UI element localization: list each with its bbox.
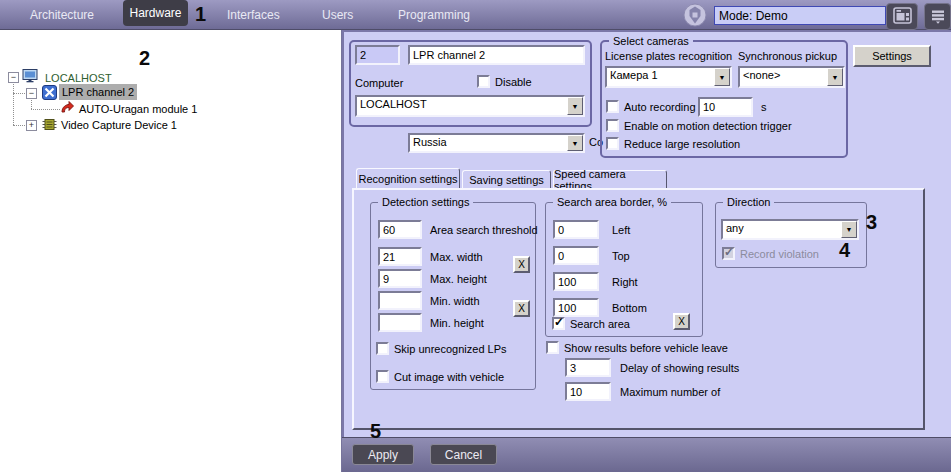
area-search-threshold-field[interactable] [378, 220, 422, 239]
delay-results-field[interactable] [565, 358, 611, 377]
dropdown-arrow-icon[interactable]: ▼ [827, 68, 843, 86]
app-logo-icon [683, 3, 707, 29]
computer-select[interactable]: LOCALHOST ▼ [355, 95, 585, 117]
reduce-resolution-checkbox[interactable]: Reduce large resolution [606, 137, 740, 150]
menu-programming[interactable]: Programming [398, 8, 470, 22]
detection-settings-title: Detection settings [378, 196, 473, 208]
auto-recording-checkbox[interactable]: Auto recording [606, 100, 696, 113]
min-size-reset-button[interactable]: X [513, 300, 530, 317]
dropdown-arrow-icon[interactable]: ▼ [567, 97, 583, 115]
annotation-1: 1 [195, 4, 206, 24]
direction-select[interactable]: any ▼ [721, 219, 859, 240]
border-left-field[interactable] [553, 220, 599, 239]
menu-hardware[interactable]: Hardware [123, 0, 188, 26]
lpr-camera-select[interactable]: Камера 1 ▼ [605, 66, 732, 88]
object-id-field[interactable] [355, 45, 400, 65]
cancel-button[interactable]: Cancel [430, 444, 497, 465]
recognition-settings-panel: Detection settings Area search threshold… [352, 188, 925, 430]
menu-users[interactable]: Users [322, 8, 353, 22]
expander-video-device[interactable]: + [26, 120, 37, 131]
checkbox-box [606, 100, 619, 113]
skip-unrecognized-checkbox[interactable]: Skip unrecognized LPs [376, 342, 507, 355]
hardware-object-tree: − LOCALHOST − LPR channel 2 AUTO-Uragan … [0, 30, 342, 472]
lpr-channel-icon [42, 85, 57, 102]
seconds-label: s [761, 101, 767, 113]
expander-lpr-channel[interactable]: − [26, 88, 37, 99]
motion-trigger-label: Enable on motion detection trigger [624, 120, 792, 132]
border-left-label: Left [612, 224, 630, 236]
country-select-value: Russia [410, 135, 567, 151]
menu-architecture[interactable]: Architecture [30, 8, 94, 22]
identity-group: Computer Disable LOCALHOST ▼ [349, 40, 592, 127]
dropdown-arrow-icon[interactable]: ▼ [714, 68, 730, 86]
expander-localhost[interactable]: − [8, 72, 19, 83]
max-height-field[interactable] [378, 269, 422, 288]
annotation-3: 3 [866, 212, 877, 232]
border-right-field[interactable] [553, 272, 599, 291]
show-results-label: Show results before vehicle leave [564, 342, 728, 354]
motion-trigger-checkbox[interactable]: Enable on motion detection trigger [606, 119, 792, 132]
annotation-4: 4 [839, 240, 850, 260]
monitor-layout-icon [893, 7, 912, 26]
menu-bars-icon [930, 8, 946, 26]
apply-button[interactable]: Apply [352, 444, 414, 465]
tree-item-lpr-channel[interactable]: LPR channel 2 [59, 84, 137, 100]
max-size-reset-button[interactable]: X [513, 256, 530, 273]
tree-connector [13, 82, 14, 125]
mode-field[interactable] [714, 6, 886, 25]
max-number-field[interactable] [565, 382, 611, 401]
border-bottom-label: Bottom [612, 302, 647, 314]
search-area-checkbox[interactable]: Search area [552, 317, 630, 330]
disable-label: Disable [495, 76, 532, 88]
record-violation-checkbox[interactable]: Record violation [722, 247, 819, 260]
max-width-field[interactable] [378, 247, 422, 266]
search-area-reset-button[interactable]: X [673, 313, 690, 330]
tree-item-video-device[interactable]: Video Capture Device 1 [61, 118, 177, 132]
sync-pickup-value: <none> [740, 68, 827, 86]
tab-speed-camera-settings[interactable]: Speed camera settings [553, 170, 667, 188]
reduce-resolution-label: Reduce large resolution [624, 138, 740, 150]
delay-results-label: Delay of showing results [620, 362, 739, 374]
border-right-label: Right [612, 276, 638, 288]
direction-select-value: any [723, 221, 841, 238]
min-height-label: Min. height [430, 317, 484, 329]
auto-recording-seconds-field[interactable] [698, 97, 753, 117]
show-results-checkbox[interactable]: Show results before vehicle leave [546, 341, 728, 354]
tree-item-uragan-module[interactable]: AUTO-Uragan module 1 [79, 102, 197, 116]
search-area-label: Search area [570, 318, 630, 330]
tab-saving-settings[interactable]: Saving settings [462, 170, 551, 188]
computer-label: Computer [355, 77, 403, 89]
screens-layout-button[interactable] [886, 3, 918, 30]
min-height-field[interactable] [378, 313, 422, 332]
dropdown-arrow-icon[interactable]: ▼ [841, 221, 857, 238]
lpr-camera-label: License plates recognition [605, 50, 732, 62]
lpr-channel-settings-panel: Computer Disable LOCALHOST ▼ Russia ▼ Co… [342, 30, 951, 437]
uragan-module-icon [60, 100, 75, 117]
tree-connector [13, 93, 25, 94]
search-area-border-title: Search area border, % [553, 196, 671, 208]
max-width-label: Max. width [430, 251, 483, 263]
disable-checkbox[interactable]: Disable [477, 75, 532, 88]
computer-icon [22, 69, 39, 85]
tree-item-localhost[interactable]: LOCALHOST [45, 71, 112, 85]
object-name-field[interactable] [408, 45, 585, 65]
checkbox-box [606, 119, 619, 132]
max-number-label: Maximum number of [620, 386, 720, 398]
skip-unrecognized-label: Skip unrecognized LPs [394, 343, 507, 355]
select-cameras-title: Select cameras [609, 35, 693, 47]
menu-interfaces[interactable]: Interfaces [227, 8, 280, 22]
sync-pickup-select[interactable]: <none> ▼ [738, 66, 845, 88]
cut-image-checkbox[interactable]: Cut image with vehicle [376, 370, 504, 383]
area-search-threshold-label: Area search threshold [430, 224, 538, 236]
settings-button[interactable]: Settings [853, 45, 931, 67]
checkbox-box [722, 247, 735, 260]
annotation-2: 2 [139, 48, 150, 68]
direction-title: Direction [723, 196, 774, 208]
panel-menu-button[interactable] [924, 3, 951, 30]
border-top-field[interactable] [553, 246, 599, 265]
country-select[interactable]: Russia ▼ [408, 133, 585, 153]
tab-recognition-settings[interactable]: Recognition settings [356, 168, 460, 188]
dropdown-arrow-icon[interactable]: ▼ [567, 135, 583, 151]
auto-recording-label: Auto recording [624, 101, 696, 113]
min-width-field[interactable] [378, 291, 422, 310]
